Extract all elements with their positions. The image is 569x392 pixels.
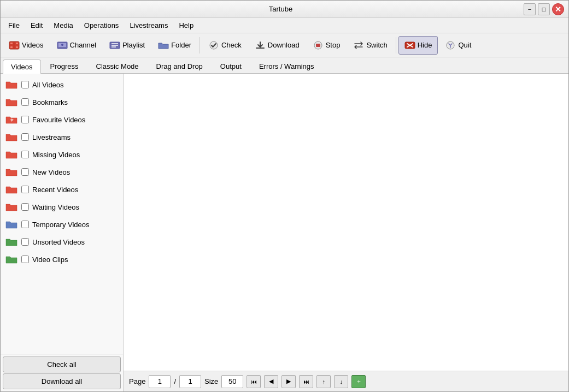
- svg-rect-16: [316, 44, 320, 47]
- channel-icon: [57, 41, 68, 50]
- toolbar-videos-button[interactable]: Videos: [3, 36, 50, 55]
- waiting-videos-checkbox[interactable]: [21, 203, 29, 211]
- sidebar-list: All Videos Bookmarks: [1, 74, 123, 354]
- sidebar-item-temporary-videos[interactable]: Temporary Videos: [1, 216, 123, 233]
- toolbar-switch-button[interactable]: Switch: [347, 36, 393, 55]
- video-clips-label: Video Clips: [32, 256, 68, 264]
- menu-help[interactable]: Help: [173, 19, 199, 32]
- scroll-down-button[interactable]: ↓: [334, 375, 348, 388]
- bookmarks-checkbox[interactable]: [21, 98, 29, 106]
- sidebar-item-new-videos[interactable]: New Videos: [1, 163, 123, 181]
- video-clips-checkbox[interactable]: [21, 256, 29, 263]
- check-all-button[interactable]: Check all: [3, 357, 121, 372]
- window-controls: − □ ✕: [524, 3, 564, 15]
- toolbar-stop-button[interactable]: Stop: [307, 36, 347, 55]
- sidebar-item-waiting-videos[interactable]: Waiting Videos: [1, 198, 123, 216]
- svg-rect-2: [16, 43, 18, 44]
- app-window: Tartube − □ ✕ File Edit Media Operations…: [0, 0, 569, 392]
- toolbar-channel-label: Channel: [70, 41, 96, 49]
- sidebar-item-bookmarks[interactable]: Bookmarks: [1, 93, 123, 111]
- playlist-icon: [109, 41, 120, 50]
- folder-red-icon-bookmarks: [5, 97, 18, 108]
- missing-videos-checkbox[interactable]: [21, 151, 29, 158]
- toolbar-quit-label: Quit: [458, 41, 471, 49]
- toolbar-hide-button[interactable]: Hide: [398, 36, 438, 55]
- sidebar-item-missing-videos[interactable]: Missing Videos: [1, 146, 123, 163]
- menu-livestreams[interactable]: Livestreams: [124, 19, 173, 32]
- new-videos-label: New Videos: [32, 168, 70, 176]
- recent-videos-checkbox[interactable]: [21, 186, 29, 193]
- toolbar-stop-label: Stop: [326, 41, 341, 49]
- sidebar: All Videos Bookmarks: [1, 74, 124, 391]
- sidebar-item-all-videos[interactable]: All Videos: [1, 76, 123, 93]
- total-pages-input[interactable]: [179, 375, 201, 388]
- livestreams-checkbox[interactable]: [21, 133, 29, 141]
- toolbar-check-button[interactable]: Check: [202, 36, 248, 55]
- menu-file[interactable]: File: [3, 19, 25, 32]
- svg-rect-3: [10, 46, 13, 48]
- first-page-button[interactable]: ⏮: [247, 375, 261, 388]
- new-videos-checkbox[interactable]: [21, 168, 29, 176]
- folder-red-icon-waiting: [5, 201, 18, 212]
- scroll-up-button[interactable]: ↑: [316, 375, 331, 388]
- minimize-button[interactable]: −: [524, 3, 536, 15]
- last-page-button[interactable]: ⏭: [299, 375, 313, 388]
- unsorted-videos-checkbox[interactable]: [21, 238, 29, 246]
- page-label: Page: [129, 377, 145, 385]
- favourite-videos-checkbox[interactable]: [21, 116, 29, 123]
- current-page-input[interactable]: [149, 375, 171, 388]
- page-separator: /: [174, 377, 176, 385]
- unsorted-videos-label: Unsorted Videos: [32, 238, 85, 246]
- tab-output[interactable]: Output: [212, 59, 250, 73]
- toolbar-quit-button[interactable]: Quit: [439, 36, 477, 55]
- film-icon: [9, 41, 20, 50]
- check-icon: [208, 41, 219, 50]
- sidebar-item-recent-videos[interactable]: Recent Videos: [1, 181, 123, 198]
- close-button[interactable]: ✕: [552, 3, 564, 15]
- waiting-videos-label: Waiting Videos: [32, 203, 79, 211]
- toolbar-folder-button[interactable]: Folder: [152, 36, 197, 55]
- recent-videos-label: Recent Videos: [32, 186, 78, 194]
- sidebar-item-video-clips[interactable]: Video Clips: [1, 251, 123, 268]
- toolbar-check-label: Check: [221, 41, 242, 49]
- next-page-button[interactable]: ▶: [281, 375, 296, 388]
- folder-red-icon-livestreams: [5, 132, 18, 142]
- sidebar-item-unsorted-videos[interactable]: Unsorted Videos: [1, 233, 123, 251]
- tab-progress[interactable]: Progress: [42, 59, 87, 73]
- download-icon: [255, 41, 266, 50]
- svg-rect-5: [13, 41, 15, 49]
- folder-blue-icon-temporary: [5, 219, 18, 230]
- folder-green-icon-clips: [5, 254, 18, 265]
- tab-errors-warnings[interactable]: Errors / Warnings: [251, 59, 322, 73]
- prev-page-button[interactable]: ◀: [264, 375, 278, 388]
- folder-red-icon: [5, 79, 18, 90]
- maximize-button[interactable]: □: [538, 3, 550, 15]
- download-all-button[interactable]: Download all: [3, 373, 121, 389]
- main-content: All Videos Bookmarks: [1, 74, 568, 391]
- toolbar-download-label: Download: [268, 41, 300, 49]
- favourite-videos-label: Favourite Videos: [32, 116, 85, 124]
- toolbar-download-button[interactable]: Download: [249, 36, 306, 55]
- tab-classic-mode[interactable]: Classic Mode: [88, 59, 147, 73]
- page-size-input[interactable]: [221, 375, 243, 388]
- sidebar-item-favourite-videos[interactable]: Favourite Videos: [1, 111, 123, 128]
- tab-drag-and-drop[interactable]: Drag and Drop: [148, 59, 211, 73]
- all-videos-checkbox[interactable]: [21, 81, 29, 88]
- temporary-videos-checkbox[interactable]: [21, 221, 29, 228]
- sidebar-item-livestreams[interactable]: Livestreams: [1, 128, 123, 146]
- toolbar-folder-label: Folder: [171, 41, 191, 49]
- menu-edit[interactable]: Edit: [25, 19, 48, 32]
- toolbar-playlist-button[interactable]: Playlist: [103, 36, 151, 55]
- size-label: Size: [204, 377, 218, 385]
- content-main: [124, 74, 568, 371]
- switch-icon: [353, 41, 364, 50]
- menu-operations[interactable]: Operations: [79, 19, 125, 32]
- quit-icon: [445, 41, 456, 50]
- title-bar: Tartube − □ ✕: [1, 1, 568, 18]
- menu-media[interactable]: Media: [48, 19, 78, 32]
- tab-bar: Videos Progress Classic Mode Drag and Dr…: [1, 57, 568, 74]
- tab-videos[interactable]: Videos: [3, 60, 41, 74]
- toolbar-channel-button[interactable]: Channel: [51, 36, 102, 55]
- temporary-videos-label: Temporary Videos: [32, 221, 90, 229]
- add-button[interactable]: ＋: [351, 375, 366, 388]
